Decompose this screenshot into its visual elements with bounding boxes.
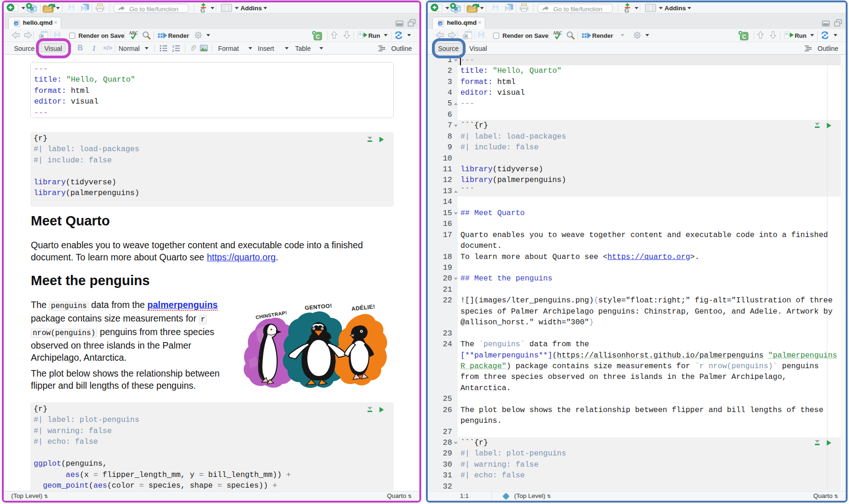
svg-text:2: 2	[172, 49, 174, 52]
svg-text:G: G	[200, 7, 205, 13]
svg-text:ABC: ABC	[553, 31, 562, 35]
svg-text:ADÉLIE!: ADÉLIE!	[351, 303, 375, 312]
svg-text:ABC: ABC	[129, 31, 138, 35]
svg-text:C: C	[316, 34, 320, 40]
svg-text:C: C	[742, 34, 746, 40]
svg-text:GENTOO!: GENTOO!	[304, 302, 333, 311]
svg-text:G: G	[624, 7, 629, 13]
svg-text:1: 1	[172, 45, 174, 48]
